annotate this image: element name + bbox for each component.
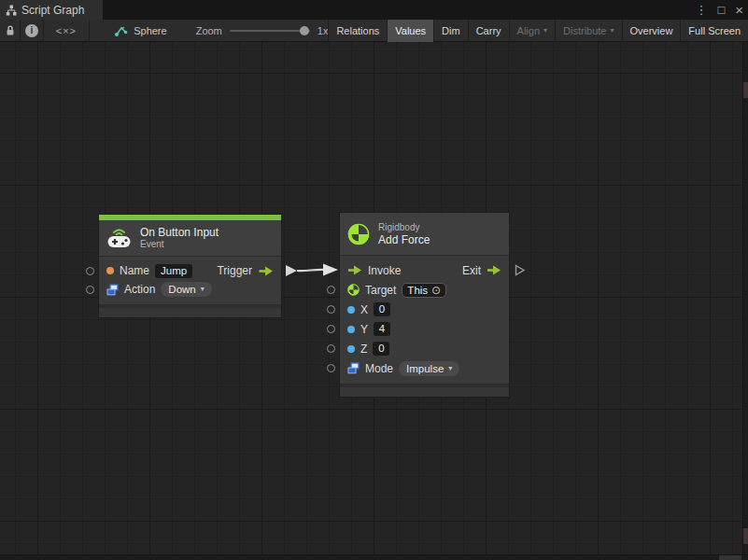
rigidbody-type-icon bbox=[347, 284, 360, 296]
mode-row: Mode Impulse ▾ bbox=[340, 358, 509, 378]
x-row: X 0 bbox=[340, 300, 509, 319]
target-row: Target This ⊙ bbox=[340, 280, 509, 300]
float-port-icon bbox=[347, 345, 355, 353]
rigidbody-icon bbox=[347, 223, 370, 245]
maximize-icon[interactable]: □ bbox=[717, 0, 725, 20]
node-on-button-input[interactable]: On Button Input Event Name Jump Trigger bbox=[99, 215, 281, 317]
mode-dropdown[interactable]: Impulse ▾ bbox=[399, 361, 459, 376]
tab-script-graph[interactable]: Script Graph bbox=[0, 0, 103, 20]
target-input-port[interactable] bbox=[327, 286, 335, 294]
scrollbar-thumb[interactable] bbox=[743, 528, 748, 544]
fullscreen-button[interactable]: Full Screen bbox=[680, 20, 748, 42]
lock-button[interactable] bbox=[0, 20, 20, 42]
window-menu-icon[interactable]: ⋮ bbox=[695, 0, 707, 20]
node-body: Name Jump Trigger Action Down ▾ bbox=[99, 256, 281, 304]
x-label: X bbox=[360, 303, 368, 316]
node-add-force[interactable]: Rigidbody Add Force Invoke Exit bbox=[340, 213, 509, 397]
target-object-field[interactable]: This ⊙ bbox=[402, 283, 446, 298]
zoom-control: Zoom 1x bbox=[196, 25, 329, 36]
z-row: Z 0 bbox=[340, 339, 509, 358]
relations-button[interactable]: Relations bbox=[328, 20, 387, 42]
target-value: This bbox=[407, 284, 428, 297]
tab-bar: Script Graph ⋮ □ × bbox=[0, 0, 748, 20]
action-dropdown[interactable]: Down ▾ bbox=[161, 282, 211, 297]
distribute-label: Distribute bbox=[563, 25, 606, 36]
trigger-label: Trigger bbox=[217, 264, 252, 277]
node-title: On Button Input bbox=[140, 226, 219, 239]
exit-label: Exit bbox=[462, 264, 481, 277]
y-input[interactable]: 4 bbox=[374, 322, 390, 336]
trigger-output-port[interactable] bbox=[258, 266, 274, 276]
x-input[interactable]: 0 bbox=[374, 302, 390, 316]
node-footer bbox=[340, 384, 509, 397]
invoke-row: Invoke Exit bbox=[340, 260, 509, 280]
chevron-down-icon: ▾ bbox=[448, 365, 452, 372]
connection-trigger-to-invoke[interactable] bbox=[282, 260, 342, 281]
overview-button[interactable]: Overview bbox=[622, 20, 681, 42]
y-label: Y bbox=[360, 323, 368, 336]
chevron-down-icon: ▾ bbox=[201, 286, 205, 293]
dim-button[interactable]: Dim bbox=[433, 20, 468, 42]
zoom-slider-knob[interactable] bbox=[300, 26, 309, 35]
mode-input-port[interactable] bbox=[327, 364, 335, 372]
zoom-value: 1x bbox=[318, 25, 329, 36]
distribute-button[interactable]: Distribute ▾ bbox=[555, 20, 621, 42]
scrollbar-thumb[interactable] bbox=[719, 555, 741, 560]
y-input-port[interactable] bbox=[327, 325, 335, 333]
lock-icon bbox=[5, 24, 16, 36]
close-icon[interactable]: × bbox=[735, 0, 743, 20]
name-input-port[interactable] bbox=[86, 267, 94, 275]
invoke-label: Invoke bbox=[368, 264, 401, 277]
align-button[interactable]: Align ▾ bbox=[509, 20, 555, 42]
string-port-icon bbox=[106, 267, 114, 274]
window-controls: ⋮ □ × bbox=[695, 0, 743, 20]
z-label: Z bbox=[360, 343, 367, 356]
node-title: Add Force bbox=[378, 233, 430, 246]
carry-button[interactable]: Carry bbox=[468, 20, 509, 42]
z-input-port[interactable] bbox=[327, 344, 335, 353]
name-row: Name Jump Trigger bbox=[99, 261, 281, 280]
name-input[interactable]: Jump bbox=[155, 264, 192, 278]
breadcrumb-label: Sphere bbox=[134, 25, 166, 36]
y-row: Y 4 bbox=[340, 319, 509, 339]
carry-label: Carry bbox=[476, 25, 501, 36]
float-port-icon bbox=[347, 306, 355, 314]
dim-label: Dim bbox=[442, 25, 460, 36]
action-label: Action bbox=[124, 283, 155, 296]
fullscreen-label: Full Screen bbox=[688, 25, 741, 36]
toolbar-separator bbox=[89, 20, 90, 42]
mode-value: Impulse bbox=[406, 362, 444, 375]
node-body: Invoke Exit Target This ⊙ bbox=[340, 255, 509, 384]
z-input[interactable]: 0 bbox=[373, 342, 389, 356]
chevron-down-icon: ▾ bbox=[611, 27, 614, 35]
graph-pointer-icon bbox=[114, 24, 128, 37]
object-picker-icon[interactable]: ⊙ bbox=[431, 284, 441, 297]
graph-canvas[interactable]: On Button Input Event Name Jump Trigger bbox=[0, 42, 748, 560]
action-value: Down bbox=[168, 283, 195, 296]
target-label: Target bbox=[365, 284, 396, 297]
node-header: On Button Input Event bbox=[99, 220, 281, 256]
values-button[interactable]: Values bbox=[387, 20, 433, 42]
node-header: Rigidbody Add Force bbox=[340, 213, 509, 255]
enum-type-icon bbox=[347, 362, 360, 374]
code-icon: <×> bbox=[56, 25, 77, 36]
vertical-scrollbar[interactable] bbox=[742, 42, 748, 560]
exit-output-port[interactable] bbox=[487, 265, 501, 275]
scrollbar-thumb[interactable] bbox=[743, 82, 748, 98]
zoom-slider[interactable] bbox=[230, 30, 310, 32]
chevron-down-icon: ▾ bbox=[543, 27, 547, 35]
breadcrumb[interactable]: Sphere bbox=[114, 24, 166, 37]
toolbar-buttons: Relations Values Dim Carry Align ▾ Distr… bbox=[328, 20, 748, 42]
mode-label: Mode bbox=[365, 362, 393, 375]
invoke-input-port[interactable] bbox=[347, 265, 362, 275]
code-view-button[interactable]: <×> bbox=[44, 20, 90, 42]
values-label: Values bbox=[395, 25, 426, 36]
node-category: Rigidbody bbox=[378, 222, 430, 233]
action-input-port[interactable] bbox=[86, 286, 94, 294]
info-button[interactable]: i bbox=[21, 20, 42, 42]
horizontal-scrollbar[interactable] bbox=[0, 554, 748, 560]
x-input-port[interactable] bbox=[327, 305, 335, 314]
overview-label: Overview bbox=[630, 25, 673, 36]
exit-flow-marker[interactable] bbox=[514, 264, 526, 276]
tab-title: Script Graph bbox=[21, 4, 84, 17]
